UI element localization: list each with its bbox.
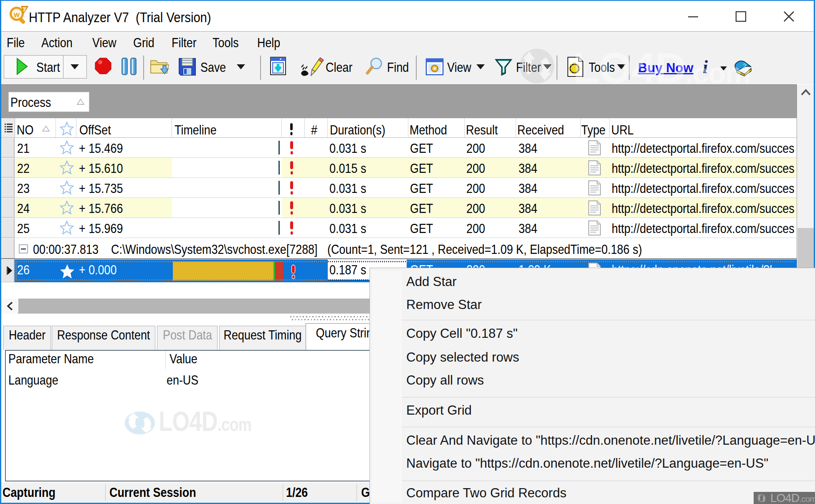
svg-text:7: 7 xyxy=(23,6,26,13)
svg-text:w: w xyxy=(13,10,20,19)
